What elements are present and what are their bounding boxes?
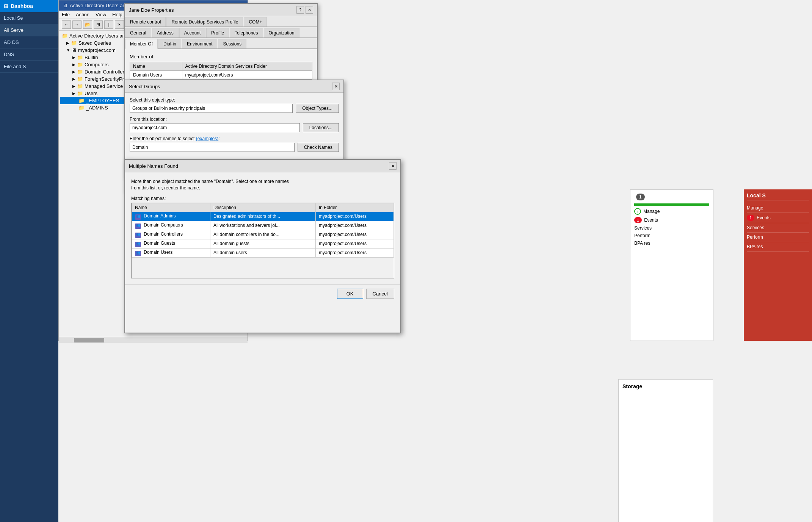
mn-footer: OK Cancel <box>125 284 400 303</box>
tree-fs-toggle: ▶ <box>72 77 75 81</box>
row-name: 👥 Domain Controllers <box>132 230 210 239</box>
sidebar-item-dns[interactable]: DNS <box>0 48 58 61</box>
events-label: Events <box>644 217 658 223</box>
names-table: Name Description In Folder 👥 Domain Admi… <box>132 203 394 258</box>
table-row[interactable]: 👥 Domain Guests All domain guests myadpr… <box>132 239 394 248</box>
object-types-btn[interactable]: Object Types... <box>296 104 339 113</box>
storage-bar <box>634 203 709 206</box>
tab-remote-control[interactable]: Remote control <box>125 17 166 27</box>
tree-dc-label: Domain Controllers <box>85 69 127 75</box>
storage-services: Services <box>634 225 709 231</box>
object-type-input[interactable] <box>130 104 293 113</box>
table-row[interactable]: 👥 Domain Computers All workstations and … <box>132 221 394 230</box>
col-name: Name <box>130 62 182 71</box>
group-icon-2: 👥 <box>135 223 141 229</box>
dashboard-icon: ⊞ <box>4 3 8 9</box>
manage-icon: ↑ <box>634 208 641 215</box>
events-badge: 1 <box>634 217 642 223</box>
sg-close-btn[interactable]: ✕ <box>332 83 340 90</box>
scrollbar-thumb[interactable] <box>74 338 104 342</box>
storage-bpa: BPA res <box>634 241 709 246</box>
tab-environment[interactable]: Environment <box>182 39 217 48</box>
tab-account[interactable]: Account <box>179 28 205 38</box>
back-btn[interactable]: ← <box>62 20 71 29</box>
names-table-wrapper[interactable]: Name Description In Folder 👥 Domain Admi… <box>131 203 394 278</box>
tab-address[interactable]: Address <box>152 28 179 38</box>
forward-btn[interactable]: → <box>72 20 82 29</box>
tab-rdsp[interactable]: Remote Desktop Services Profile <box>166 17 243 27</box>
tree-computers-label: Computers <box>85 62 109 67</box>
view-btn[interactable]: ⊞ <box>94 20 103 29</box>
col-name-header: Name <box>132 203 210 212</box>
ad-scrollbar[interactable] <box>59 337 248 343</box>
mn-titlebar: Multiple Names Found ✕ <box>125 160 400 172</box>
mn-title: Multiple Names Found <box>129 163 178 169</box>
dashboard-header[interactable]: ⊞ Dashboa <box>0 0 58 12</box>
tab-profile[interactable]: Profile <box>206 28 229 38</box>
tab-dial-in[interactable]: Dial-in <box>158 39 181 48</box>
browse-btn[interactable]: 📂 <box>83 20 92 29</box>
tab-strip-2: General Address Account Profile Telephon… <box>125 27 317 38</box>
location-input[interactable] <box>130 123 300 132</box>
local-events: 1 Events <box>747 213 809 223</box>
tab-com[interactable]: COM+ <box>244 17 267 27</box>
menu-action[interactable]: Action <box>76 12 89 17</box>
ad-window-icon: 🖥 <box>63 3 67 8</box>
examples-link[interactable]: (examples) <box>196 136 218 141</box>
tab-telephones[interactable]: Telephones <box>230 28 263 38</box>
tree-users-icon: 📁 <box>77 91 83 96</box>
storage-badge: 1 <box>636 194 645 200</box>
sidebar-item-local[interactable]: Local Se <box>0 12 58 24</box>
sg-content: Select this object type: Object Types...… <box>125 93 343 160</box>
menu-help[interactable]: Help <box>112 12 122 17</box>
row-folder: myadproject.com/Users <box>182 71 312 80</box>
select-groups-title: Select Groups <box>129 84 160 89</box>
tab-sessions[interactable]: Sessions <box>218 39 246 48</box>
tree-sq-icon: 📁 <box>71 40 77 46</box>
group-icon-1: 👥 <box>135 214 141 220</box>
sidebar-item-allservers[interactable]: All Serve <box>0 24 58 36</box>
tab-general[interactable]: General <box>125 28 151 38</box>
row-name: Domain Users <box>130 71 182 80</box>
ok-button[interactable]: OK <box>337 289 363 299</box>
cancel-button[interactable]: Cancel <box>366 289 394 299</box>
row-name: 👥 Domain Admins <box>132 212 210 221</box>
member-table: Name Active Directory Domain Services Fo… <box>130 62 312 80</box>
multiple-names-dialog: Multiple Names Found ✕ More than one obj… <box>124 159 401 333</box>
row-desc: All workstations and servers joi... <box>210 221 315 230</box>
table-row[interactable]: Domain Users myadproject.com/Users <box>130 71 312 80</box>
local-events-label: Events <box>757 215 771 220</box>
close-btn[interactable]: ✕ <box>306 6 313 14</box>
menu-file[interactable]: File <box>62 12 70 17</box>
sidebar-item-adds[interactable]: AD DS <box>0 36 58 48</box>
location-label: From this location: <box>130 117 339 122</box>
performance-label: Perform <box>634 233 651 238</box>
mn-close-btn[interactable]: ✕ <box>389 162 397 170</box>
table-row[interactable]: 👥 Domain Users All domain users myadproj… <box>132 248 394 257</box>
check-names-btn[interactable]: Check Names <box>298 143 339 152</box>
row-desc: Designated administrators of th... <box>210 212 315 221</box>
tree-computers-toggle: ▶ <box>72 63 75 67</box>
row-folder: myadproject.com/Users <box>316 212 394 221</box>
tree-ms-label: Managed Service Ac <box>85 83 130 89</box>
sidebar-item-fileserv[interactable]: File and S <box>0 61 58 73</box>
locations-btn[interactable]: Locations... <box>303 123 339 132</box>
local-panel: Local S Manage 1 Events Services Perform… <box>744 189 812 341</box>
mn-desc-text: More than one object matched the name "D… <box>131 179 289 184</box>
table-row[interactable]: 👥 Domain Controllers All domain controll… <box>132 230 394 239</box>
tree-users-toggle: ▶ <box>72 91 75 95</box>
tab-organization[interactable]: Organization <box>264 28 299 38</box>
cut-btn[interactable]: ✂ <box>115 20 124 29</box>
help-btn[interactable]: ? <box>296 6 304 14</box>
tree-root-label: Active Directory Users and C <box>69 33 133 39</box>
col-folder: Active Directory Domain Services Folder <box>182 62 312 71</box>
tab-member-of[interactable]: Member Of <box>125 39 158 49</box>
table-row[interactable]: 👥 Domain Admins Designated administrator… <box>132 212 394 221</box>
group-icon-5: 👥 <box>135 251 141 256</box>
group-icon-3: 👥 <box>135 233 141 238</box>
group-icon-4: 👥 <box>135 242 141 247</box>
tree-adm-label: _ADMINS <box>86 105 108 111</box>
object-names-input[interactable] <box>130 143 295 152</box>
menu-view[interactable]: View <box>96 12 106 17</box>
tree-emp-label: _EMPLOYEES <box>86 98 119 103</box>
